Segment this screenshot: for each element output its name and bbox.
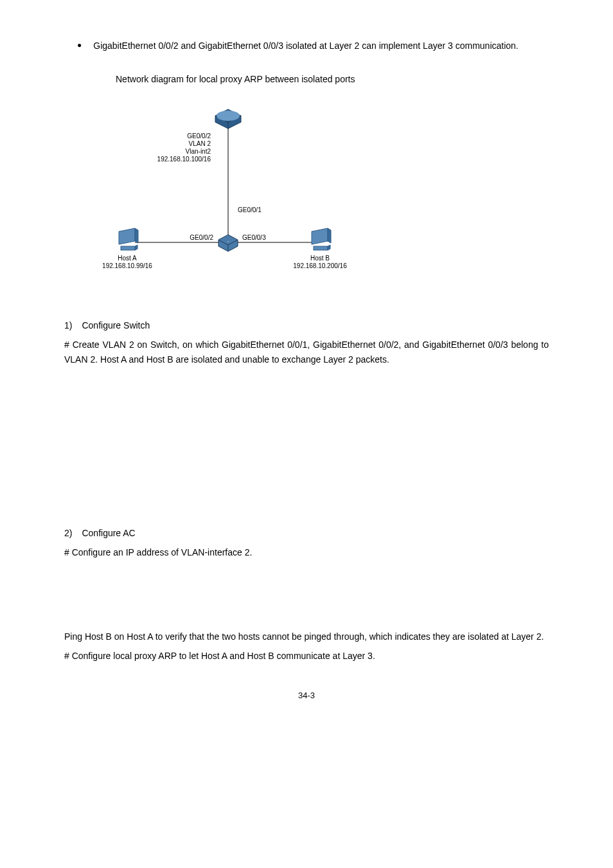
- step-2-text1: # Configure an IP address of VLAN-interf…: [64, 545, 549, 559]
- left-port-label: GE0/0/2: [190, 234, 213, 241]
- top-device-icon: [215, 109, 241, 129]
- step-2-text3: # Configure local proxy ARP to let Host …: [64, 649, 549, 663]
- page-number: 34-3: [64, 689, 549, 703]
- svg-text:↔: ↔: [227, 240, 229, 243]
- step-1-num: 1): [64, 318, 72, 332]
- bullet-dot: ●: [77, 39, 82, 53]
- bullet-text: GigabitEthernet 0/0/2 and GigabitEtherne…: [93, 39, 519, 53]
- step-2-num: 2): [64, 526, 72, 540]
- host-b-ip: 192.168.10.200/16: [293, 262, 347, 269]
- spacer-2: [64, 565, 549, 629]
- step-1-text: # Create VLAN 2 on Switch, on which Giga…: [64, 338, 549, 366]
- step-1-title: Configure Switch: [82, 318, 150, 332]
- host-a-name: Host A: [118, 255, 137, 262]
- top-label-4: 192.168.10.100/16: [157, 156, 211, 163]
- host-b-icon: [312, 228, 331, 250]
- svg-rect-5: [121, 246, 135, 250]
- host-a-ip: 192.168.10.99/16: [103, 262, 152, 269]
- network-diagram: GE0/0/2 VLAN 2 Vlan-int2 192.168.10.100/…: [103, 100, 347, 293]
- step-1-header: 1) Configure Switch: [64, 318, 549, 332]
- host-b-name: Host B: [310, 255, 330, 262]
- top-label-1: GE0/0/2: [187, 132, 211, 140]
- right-port-label: GE0/0/3: [242, 234, 266, 241]
- step-2-text2: Ping Host B on Host A to verify that the…: [64, 629, 549, 644]
- step-2-title: Configure AC: [82, 526, 135, 540]
- spacer: [64, 372, 549, 526]
- top-label-3: Vlan-int2: [186, 148, 211, 155]
- mid-port-label: GE0/0/1: [238, 206, 262, 213]
- top-label-2: VLAN 2: [189, 140, 211, 147]
- switch-icon: ↔: [218, 235, 238, 251]
- svg-rect-6: [314, 246, 328, 250]
- figure-title: Network diagram for local proxy ARP betw…: [116, 72, 549, 86]
- bullet-item: ● GigabitEthernet 0/0/2 and GigabitEther…: [64, 39, 549, 53]
- step-2-header: 2) Configure AC: [64, 526, 549, 540]
- host-a-icon: [119, 228, 138, 250]
- svg-point-0: [217, 111, 240, 121]
